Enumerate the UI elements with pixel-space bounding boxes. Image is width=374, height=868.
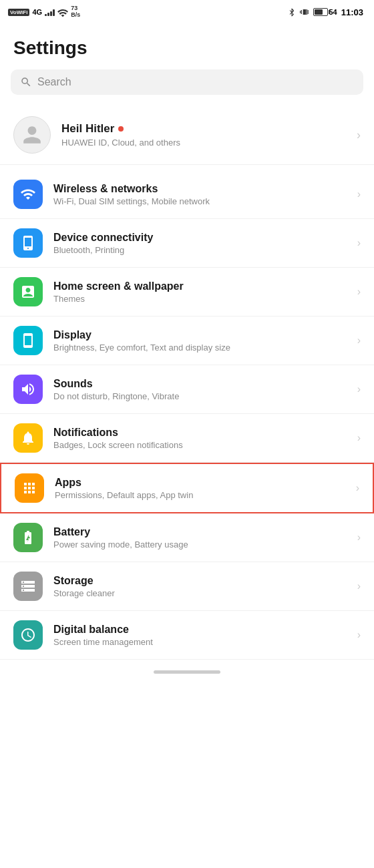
profile-chevron-icon: › xyxy=(357,128,361,142)
settings-item-sounds[interactable]: Sounds Do not disturb, Ringtone, Vibrate… xyxy=(0,365,374,414)
storage-chevron-icon: › xyxy=(357,580,361,592)
notifications-icon-wrap xyxy=(13,423,43,453)
storage-icon xyxy=(20,578,36,594)
battery-text: Battery Power saving mode, Battery usage xyxy=(53,526,347,550)
notifications-text: Notifications Badges, Lock screen notifi… xyxy=(53,427,347,450)
notifications-subtitle: Badges, Lock screen notifications xyxy=(53,440,347,450)
settings-item-battery[interactable]: Battery Power saving mode, Battery usage… xyxy=(0,513,374,562)
search-bar[interactable]: Search xyxy=(11,69,363,95)
person-icon xyxy=(21,124,43,146)
battery-settings-icon xyxy=(20,529,36,546)
bluetooth-icon xyxy=(288,7,296,17)
device-connectivity-icon xyxy=(20,235,36,251)
battery-icon-wrap xyxy=(13,523,43,552)
digital-icon-wrap xyxy=(13,620,43,650)
wireless-icon-wrap xyxy=(13,180,43,209)
sounds-subtitle: Do not disturb, Ringtone, Vibrate xyxy=(53,391,347,401)
clock: 11:03 xyxy=(341,7,363,17)
page-title: Settings xyxy=(0,24,374,69)
display-subtitle: Brightness, Eye comfort, Text and displa… xyxy=(53,343,347,353)
battery-chevron-icon: › xyxy=(357,531,361,544)
sounds-chevron-icon: › xyxy=(357,383,361,395)
device-icon-wrap xyxy=(13,228,43,258)
signal-strength: 4G xyxy=(32,8,42,16)
digital-title: Digital balance xyxy=(53,624,347,636)
settings-item-homescreen[interactable]: Home screen & wallpaper Themes › xyxy=(0,268,374,316)
settings-item-wireless[interactable]: Wireless & networks Wi-Fi, Dual SIM sett… xyxy=(0,170,374,219)
display-icon xyxy=(20,333,36,349)
device-chevron-icon: › xyxy=(357,237,361,249)
battery-indicator: 54 xyxy=(313,8,337,16)
profile-name-row: Heil Hitler xyxy=(61,122,180,136)
wifi-icon xyxy=(57,7,68,17)
device-text: Device connectivity Bluetooth, Printing xyxy=(53,232,347,255)
storage-icon-wrap xyxy=(13,572,43,601)
network-speed: 73B/s xyxy=(71,5,80,19)
notifications-title: Notifications xyxy=(53,427,347,439)
vibrate-icon xyxy=(300,7,309,17)
settings-item-device[interactable]: Device connectivity Bluetooth, Printing … xyxy=(0,219,374,268)
device-subtitle: Bluetooth, Printing xyxy=(53,245,347,255)
display-chevron-icon: › xyxy=(357,335,361,347)
wireless-subtitle: Wi-Fi, Dual SIM settings, Mobile network xyxy=(53,196,347,206)
settings-item-display[interactable]: Display Brightness, Eye comfort, Text an… xyxy=(0,316,374,365)
search-icon xyxy=(20,76,32,88)
apps-title: Apps xyxy=(55,477,345,489)
home-indicator xyxy=(0,660,374,682)
profile-subtitle: HUAWEI ID, Cloud, and others xyxy=(61,138,180,148)
digital-subtitle: Screen time management xyxy=(53,637,347,647)
sounds-icon-wrap xyxy=(13,375,43,404)
wifi-settings-icon xyxy=(20,186,36,202)
homescreen-icon xyxy=(20,284,36,300)
status-left: VoWiFi 4G 73B/s xyxy=(8,5,80,19)
online-indicator xyxy=(118,126,124,132)
display-text: Display Brightness, Eye comfort, Text an… xyxy=(53,329,347,353)
display-title: Display xyxy=(53,329,347,341)
settings-item-notifications[interactable]: Notifications Badges, Lock screen notifi… xyxy=(0,414,374,463)
apps-chevron-icon: › xyxy=(356,482,359,494)
signal-bars xyxy=(45,8,55,16)
bell-icon xyxy=(20,430,36,446)
storage-subtitle: Storage cleaner xyxy=(53,588,347,598)
storage-text: Storage Storage cleaner xyxy=(53,575,347,598)
homescreen-subtitle: Themes xyxy=(53,294,347,304)
wireless-title: Wireless & networks xyxy=(53,183,347,195)
battery-level: 54 xyxy=(329,8,337,16)
storage-title: Storage xyxy=(53,575,347,587)
status-bar: VoWiFi 4G 73B/s 54 11:03 xyxy=(0,0,374,24)
homescreen-icon-wrap xyxy=(13,277,43,306)
sounds-text: Sounds Do not disturb, Ringtone, Vibrate xyxy=(53,378,347,401)
search-input[interactable]: Search xyxy=(37,76,71,88)
profile-info: Heil Hitler HUAWEI ID, Cloud, and others xyxy=(61,122,180,148)
device-title: Device connectivity xyxy=(53,232,347,244)
apps-subtitle: Permissions, Default apps, App twin xyxy=(55,490,345,500)
digital-balance-icon xyxy=(20,627,36,643)
homescreen-text: Home screen & wallpaper Themes xyxy=(53,280,347,304)
profile-section[interactable]: Heil Hitler HUAWEI ID, Cloud, and others… xyxy=(0,105,374,165)
apps-icon xyxy=(21,480,37,496)
home-bar[interactable] xyxy=(154,670,220,674)
vowifi-indicator: VoWiFi xyxy=(8,9,29,16)
homescreen-chevron-icon: › xyxy=(357,286,361,298)
display-icon-wrap xyxy=(13,326,43,355)
settings-list: Wireless & networks Wi-Fi, Dual SIM sett… xyxy=(0,170,374,660)
apps-text: Apps Permissions, Default apps, App twin xyxy=(55,477,345,500)
digital-text: Digital balance Screen time management xyxy=(53,624,347,647)
status-right: 54 11:03 xyxy=(288,7,364,17)
apps-icon-wrap xyxy=(15,473,44,503)
settings-item-storage[interactable]: Storage Storage cleaner › xyxy=(0,562,374,611)
battery-subtitle: Power saving mode, Battery usage xyxy=(53,539,347,550)
avatar xyxy=(13,116,51,154)
notifications-chevron-icon: › xyxy=(357,432,361,444)
wireless-text: Wireless & networks Wi-Fi, Dual SIM sett… xyxy=(53,183,347,206)
digital-chevron-icon: › xyxy=(357,629,361,641)
battery-title: Battery xyxy=(53,526,347,538)
homescreen-title: Home screen & wallpaper xyxy=(53,280,347,292)
sound-icon xyxy=(20,381,36,397)
settings-item-digital[interactable]: Digital balance Screen time management › xyxy=(0,611,374,660)
settings-item-apps[interactable]: Apps Permissions, Default apps, App twin… xyxy=(0,463,374,513)
profile-name: Heil Hitler xyxy=(61,122,114,136)
wireless-chevron-icon: › xyxy=(357,188,361,200)
sounds-title: Sounds xyxy=(53,378,347,390)
